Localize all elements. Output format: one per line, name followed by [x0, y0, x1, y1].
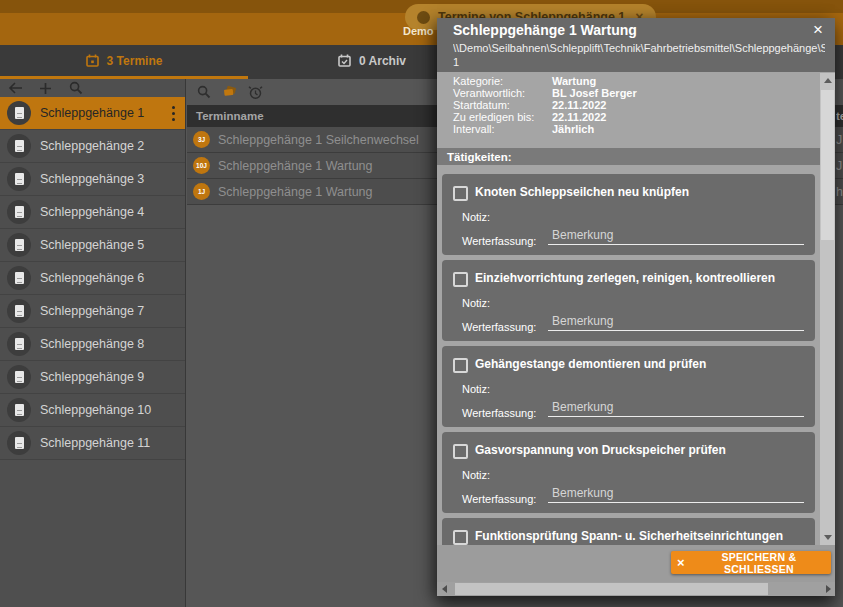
detail-value: 22.11.2022 [552, 111, 606, 123]
werterfassung-label: Werterfassung: [462, 235, 536, 247]
detail-label: Zu erledigen bis: [453, 111, 552, 123]
app-window: Termine von Schleppgehänge 1 × Demo 3 Te… [0, 0, 843, 607]
sidebar-item-schleppgehaenge-4[interactable]: Schleppgehänge 4 [0, 196, 185, 229]
dialog-horizontal-scrollbar[interactable] [437, 582, 835, 596]
document-icon [7, 200, 31, 224]
sidebar-item-schleppgehaenge-10[interactable]: Schleppgehänge 10 [0, 394, 185, 427]
back-icon[interactable] [8, 81, 23, 96]
tab-archiv-label: 0 Archiv [359, 54, 406, 68]
notiz-label: Notiz: [462, 211, 490, 223]
sidebar-item-label: Schleppgehänge 6 [40, 271, 144, 285]
task-checkbox[interactable] [453, 272, 468, 287]
dialog-vertical-scrollbar[interactable] [820, 73, 835, 545]
search-icon[interactable] [68, 81, 83, 96]
sidebar-item-schleppgehaenge-9[interactable]: Schleppgehänge 9 [0, 361, 185, 394]
add-icon[interactable] [38, 81, 53, 96]
notiz-label: Notiz: [462, 383, 490, 395]
horizontal-scroll-thumb[interactable] [455, 583, 768, 595]
clipped-cell: J [836, 127, 843, 152]
document-icon [7, 266, 31, 290]
bemerkung-input[interactable] [548, 312, 804, 331]
werterfassung-label: Werterfassung: [462, 407, 536, 419]
sidebar-item-schleppgehaenge-3[interactable]: Schleppgehänge 3 [0, 163, 185, 196]
sidebar-item-schleppgehaenge-2[interactable]: Schleppgehänge 2 [0, 130, 185, 163]
dialog-title: Schleppgehänge 1 Wartung [453, 22, 637, 38]
document-icon [7, 365, 31, 389]
document-icon [7, 431, 31, 455]
task-checkbox[interactable] [453, 186, 468, 201]
vertical-scroll-thumb[interactable] [821, 90, 834, 240]
sidebar-item-schleppgehaenge-7[interactable]: Schleppgehänge 7 [0, 295, 185, 328]
triangle-right-icon [826, 585, 831, 593]
detail-value: Jährlich [552, 123, 594, 135]
clipped-cell: h [836, 179, 843, 204]
document-icon [7, 233, 31, 257]
document-icon [7, 101, 31, 125]
triangle-up-icon [824, 78, 832, 83]
sidebar-item-label: Schleppgehänge 8 [40, 337, 144, 351]
breadcrumb: Demo [403, 25, 434, 37]
bemerkung-input[interactable] [548, 484, 804, 503]
task-card-einziehvorrichtung: Einziehvorrichtung zerlegen, reinigen, k… [442, 260, 815, 341]
task-checkbox[interactable] [453, 530, 468, 545]
detail-label: Intervall: [453, 123, 552, 135]
task-card-gehaengestange: Gehängestange demontieren und prüfen Not… [442, 346, 815, 427]
task-title: Gehängestange demontieren und prüfen [475, 357, 706, 371]
clipped-cell: J [836, 153, 843, 178]
triangle-down-icon [824, 535, 832, 540]
task-title: Knoten Schleppseilchen neu knüpfen [475, 185, 689, 199]
detail-value: BL Josef Berger [552, 87, 637, 99]
save-and-close-button[interactable]: × SPEICHERN & SCHLIESSEN [671, 551, 831, 574]
item-menu-icon[interactable] [172, 106, 175, 121]
scroll-down-button[interactable] [820, 530, 835, 545]
terminname-header-label: Terminname [196, 110, 264, 122]
detail-kategorie: Kategorie: Wartung [453, 75, 813, 87]
task-list: Knoten Schleppseilchen neu knüpfen Notiz… [437, 165, 820, 545]
detail-value: 22.11.2022 [552, 99, 606, 111]
sidebar-item-schleppgehaenge-6[interactable]: Schleppgehänge 6 [0, 262, 185, 295]
tab-termine[interactable]: 3 Termine [0, 45, 248, 76]
detail-zu-erledigen: Zu erledigen bis: 22.11.2022 [453, 111, 813, 123]
sidebar-item-schleppgehaenge-5[interactable]: Schleppgehänge 5 [0, 229, 185, 262]
sidebar-item-schleppgehaenge-1[interactable]: Schleppgehänge 1 [0, 97, 185, 130]
bemerkung-input[interactable] [548, 226, 804, 245]
search-icon[interactable] [196, 85, 211, 100]
bemerkung-input[interactable] [548, 398, 804, 417]
sidebar-item-label: Schleppgehänge 5 [40, 238, 144, 252]
sidebar-item-label: Schleppgehänge 3 [40, 172, 144, 186]
chip-status-icon [417, 11, 430, 24]
sidebar-item-schleppgehaenge-11[interactable]: Schleppgehänge 11 [0, 427, 185, 460]
sidebar-item-label: Schleppgehänge 1 [40, 106, 144, 120]
detail-label: Kategorie: [453, 75, 552, 87]
sidebar-item-schleppgehaenge-8[interactable]: Schleppgehänge 8 [0, 328, 185, 361]
scroll-up-button[interactable] [820, 73, 835, 88]
interval-badge: 3J [193, 131, 210, 148]
task-card-funktionspruefung: Funktionsprüfung Spann- u. Sicherheitsei… [442, 518, 815, 545]
task-card-gasvorspannung: Gasvorspannung von Druckspeicher prüfen … [442, 432, 815, 513]
scroll-right-button[interactable] [821, 582, 835, 596]
werterfassung-label: Werterfassung: [462, 321, 536, 333]
object-sidebar: Schleppgehänge 1 Schleppgehänge 2 Schlep… [0, 79, 186, 607]
save-button-label: SPEICHERN & SCHLIESSEN [693, 551, 825, 575]
detail-intervall: Intervall: Jährlich [453, 123, 813, 135]
sidebar-item-label: Schleppgehänge 7 [40, 304, 144, 318]
hand-cards-icon[interactable] [222, 85, 237, 100]
document-icon [7, 134, 31, 158]
notiz-label: Notiz: [462, 297, 490, 309]
alarm-clock-icon[interactable] [248, 85, 263, 100]
task-card-knoten: Knoten Schleppseilchen neu knüpfen Notiz… [442, 174, 815, 255]
sidebar-item-label: Schleppgehänge 11 [40, 436, 150, 450]
termin-name: Schleppgehänge 1 Seilchenwechsel [218, 133, 419, 147]
calendar-check-icon [338, 54, 351, 67]
close-icon[interactable]: × [808, 20, 828, 40]
dialog-header: Schleppgehänge 1 Wartung \\Demo\Seilbahn… [437, 18, 835, 72]
task-checkbox[interactable] [453, 444, 468, 459]
task-checkbox[interactable] [453, 358, 468, 373]
scroll-left-button[interactable] [437, 582, 451, 596]
termin-name: Schleppgehänge 1 Wartung [218, 185, 373, 199]
sidebar-item-label: Schleppgehänge 4 [40, 205, 144, 219]
wartung-dialog: Schleppgehänge 1 Wartung \\Demo\Seilbahn… [437, 18, 835, 596]
sidebar-item-label: Schleppgehänge 9 [40, 370, 144, 384]
calendar-icon [86, 54, 99, 67]
sidebar-item-label: Schleppgehänge 10 [40, 403, 151, 417]
